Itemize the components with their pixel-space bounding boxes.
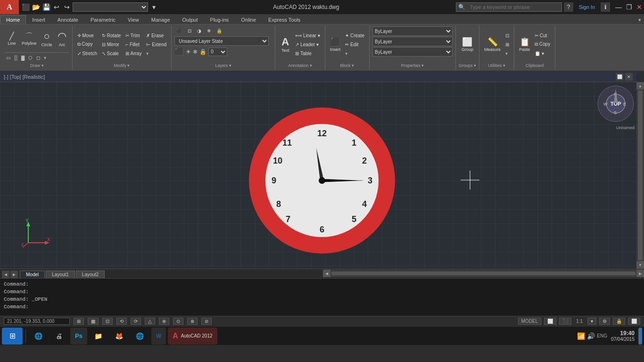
scale-button[interactable]: ⤡ Scale: [100, 49, 123, 58]
viewport-restore[interactable]: ⬜: [616, 73, 623, 81]
fillet-button[interactable]: ⌐ Fillet: [124, 40, 143, 49]
copy-clipboard-button[interactable]: ⧉ Copy: [533, 40, 552, 49]
block-expand[interactable]: ▾: [343, 49, 366, 58]
paste-button[interactable]: 📋 Paste: [517, 32, 532, 57]
minimize-button[interactable]: —: [614, 2, 623, 12]
dyn-button[interactable]: ⊙: [173, 318, 183, 325]
tray-network[interactable]: 📶: [577, 332, 585, 340]
copy-button[interactable]: ⧉ Copy: [75, 40, 99, 49]
cut-button[interactable]: ✂ Cut: [533, 31, 552, 40]
lock-ui[interactable]: 🔒: [613, 318, 625, 325]
arc-button[interactable]: ◠ Arc: [55, 27, 69, 51]
qat-redo[interactable]: ↪: [62, 2, 72, 12]
annotation-scale[interactable]: ▾: [587, 318, 596, 325]
workspace-selector[interactable]: Drafting & Annotation: [73, 2, 148, 12]
osnap-button[interactable]: ⟳: [131, 318, 141, 325]
tab-online[interactable]: Online: [235, 15, 262, 24]
taskbar-firefox[interactable]: 🦊: [110, 328, 129, 345]
insert-button[interactable]: ⬛ Insert: [328, 32, 343, 57]
scroll-tab-left[interactable]: ◀: [2, 271, 9, 278]
utilities-btn2[interactable]: ⊞: [504, 40, 511, 49]
linear-button[interactable]: ⟺ Linear ▾: [293, 31, 322, 40]
taskbar-ie[interactable]: 🌐: [29, 328, 48, 345]
otrack-button[interactable]: △: [145, 318, 155, 325]
show-desktop-button[interactable]: [638, 328, 642, 345]
start-button[interactable]: ⊞: [2, 328, 23, 345]
help-button[interactable]: ?: [564, 2, 573, 12]
tab-home[interactable]: Home: [0, 15, 26, 24]
restore-button[interactable]: ❐: [624, 2, 634, 12]
make-object-layer-button[interactable]: ⊡: [186, 26, 193, 35]
text-button[interactable]: A Text: [278, 32, 292, 57]
taskbar-photoshop[interactable]: Ps: [70, 328, 87, 345]
taskbar-word[interactable]: W: [151, 328, 166, 345]
hatch-button[interactable]: ▒: [13, 54, 19, 62]
vertical-scrollbar[interactable]: ▲ ▼: [636, 82, 644, 269]
gradient-button[interactable]: ▓: [20, 54, 26, 62]
ortho-button[interactable]: ⊡: [102, 318, 113, 325]
clean-screen[interactable]: ⬜: [628, 318, 640, 325]
tab-annotate[interactable]: Annotate: [51, 15, 84, 24]
ducs-button[interactable]: ⊕: [159, 318, 169, 325]
canvas-area[interactable]: 12 1 2 3 4 5 6 7 8 9 10 11: [0, 82, 644, 269]
move-button[interactable]: ✛ Move: [75, 31, 99, 40]
tab-plugins[interactable]: Plug-ins: [204, 15, 235, 24]
scroll-tab-right[interactable]: ▶: [10, 271, 18, 278]
layer-state-selector[interactable]: Unsaved Layer State: [174, 36, 269, 46]
snap-button[interactable]: ⊞: [74, 318, 84, 325]
grid-button[interactable]: ▦: [88, 318, 99, 325]
layer-isolate-button[interactable]: ◑: [195, 26, 203, 35]
edit-button[interactable]: ✏ Edit: [343, 40, 366, 49]
viewport-scale[interactable]: ⬛: [559, 318, 571, 325]
draw-expand[interactable]: ▾: [42, 54, 48, 62]
search-input[interactable]: [467, 4, 561, 10]
circle-button[interactable]: ○ Circle: [40, 27, 54, 51]
scroll-thumb[interactable]: [638, 90, 643, 260]
scroll-right-button[interactable]: ▶: [636, 270, 644, 277]
tab-express[interactable]: Express Tools: [262, 15, 306, 24]
rectangle-button[interactable]: ▭: [5, 54, 12, 62]
color-selector[interactable]: ByLayer: [372, 26, 453, 36]
tab-model[interactable]: Model: [20, 271, 45, 278]
taskbar-explorer[interactable]: 📁: [89, 328, 108, 345]
paste-special-button[interactable]: 📋 ▾: [533, 49, 552, 58]
tab-parametric[interactable]: Parametric: [84, 15, 122, 24]
close-button[interactable]: ✕: [635, 2, 644, 12]
linetype-selector[interactable]: ByLayer: [372, 37, 453, 46]
mirror-button[interactable]: ⊟ Mirror: [100, 40, 123, 49]
tspace-button[interactable]: ⊘: [201, 318, 212, 325]
leader-button[interactable]: ↗ Leader ▾: [293, 40, 322, 49]
tab-view[interactable]: View: [122, 15, 145, 24]
stretch-button[interactable]: ⤢ Stretch: [75, 49, 99, 58]
layer-lock-button[interactable]: 🔒: [215, 26, 224, 35]
ribbon-collapse[interactable]: ▾: [636, 16, 644, 24]
rotate-button[interactable]: ↻ Rotate: [100, 31, 123, 40]
taskbar-printer[interactable]: 🖨: [50, 328, 68, 345]
utilities-btn1[interactable]: ⊡: [504, 31, 511, 40]
table-button[interactable]: ⊞ Table: [293, 49, 322, 58]
layout-button[interactable]: ⬜: [544, 318, 556, 325]
tab-manage[interactable]: Manage: [145, 15, 176, 24]
polyline-button[interactable]: ⌒ Polyline: [20, 27, 39, 51]
utilities-expand[interactable]: ▾: [504, 49, 511, 58]
h-scroll-thumb[interactable]: [331, 272, 636, 275]
qat-new[interactable]: ⬛: [21, 2, 30, 12]
lineweight-selector[interactable]: ByLayer: [372, 47, 453, 57]
qat-save[interactable]: 💾: [41, 2, 51, 12]
array-button[interactable]: ⊞ Array: [124, 49, 143, 58]
workspace-settings[interactable]: ⚙: [599, 318, 610, 325]
line-button[interactable]: ╱ Line: [5, 27, 19, 51]
layer-freeze-button[interactable]: ❄: [205, 26, 213, 35]
app-button[interactable]: A: [0, 0, 19, 14]
layer-properties-button[interactable]: ⬛: [174, 26, 184, 35]
scroll-up-button[interactable]: ▲: [636, 82, 644, 90]
scroll-left-button[interactable]: ◀: [323, 270, 330, 277]
modify-expand[interactable]: ▾: [144, 49, 168, 58]
info-button[interactable]: ℹ: [601, 2, 610, 12]
qat-open[interactable]: 📂: [31, 2, 41, 12]
tab-layout2[interactable]: Layout2: [76, 271, 105, 278]
trim-button[interactable]: ✂ Trim: [124, 31, 143, 40]
region-button[interactable]: ◻: [35, 54, 41, 62]
layer-number-selector[interactable]: 0: [208, 48, 227, 56]
horizontal-scrollbar[interactable]: ◀ ▶: [323, 270, 644, 277]
